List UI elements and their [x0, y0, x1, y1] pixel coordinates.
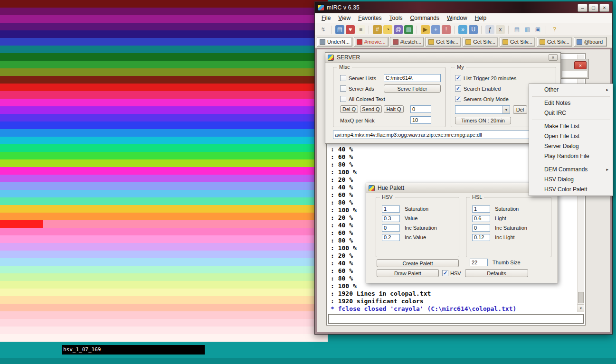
server-lists-path-input[interactable]: C:\mirc614\ — [384, 74, 441, 82]
channel-text-line: : 1920 significant colors — [331, 298, 575, 305]
switchbar-button[interactable]: @board — [574, 37, 607, 47]
context-menu-item[interactable]: Play Random File — [529, 151, 613, 161]
query-user-icon[interactable]: + — [431, 25, 440, 34]
channels-list-icon[interactable]: # — [373, 25, 382, 34]
title-bar[interactable]: mIRC v 6.35 – □ × — [315, 2, 612, 13]
maximize-button[interactable]: □ — [588, 4, 598, 12]
draw-palett-button[interactable]: Draw Palett — [377, 269, 439, 277]
palette-stripe-accent — [0, 152, 43, 159]
hsv-value-input[interactable]: 0 — [382, 224, 400, 232]
tile-vertical-icon[interactable]: ▥ — [523, 25, 532, 34]
hsv-checkbox[interactable]: ✓ — [442, 270, 448, 276]
menu-item[interactable]: View — [334, 15, 354, 21]
palette-stripe-accent — [0, 243, 43, 251]
switchbar-button[interactable]: Get Silv... — [463, 37, 498, 47]
context-menu-item[interactable]: Open File List — [529, 131, 613, 141]
hsv-value-input[interactable]: 0.2 — [382, 234, 400, 241]
library-icon[interactable]: ▥ — [404, 25, 413, 34]
all-colored-text-checkbox[interactable] — [340, 96, 346, 102]
notify-user-icon[interactable]: ! — [442, 25, 451, 34]
connect-icon[interactable]: ↯ — [319, 25, 328, 34]
palette-stripe — [0, 334, 328, 342]
context-menu-item[interactable]: Quit IRC — [529, 108, 613, 118]
hsl-value-input[interactable]: 1 — [472, 205, 490, 213]
server-dialog-close-button[interactable]: × — [549, 54, 558, 61]
url-list-icon[interactable]: U — [469, 25, 478, 34]
chat-icon[interactable]: » — [458, 25, 467, 34]
options-icon[interactable]: ▤ — [335, 25, 344, 34]
del-q-button[interactable]: Del Q — [340, 105, 358, 113]
palette-stripe — [0, 8, 328, 15]
tile-horizontal-icon[interactable]: ▤ — [512, 25, 521, 34]
menu-item[interactable]: Help — [471, 15, 491, 21]
context-menu-item[interactable]: HSV Color Palett — [529, 185, 613, 195]
variables-icon[interactable]: x — [496, 25, 505, 34]
palette-stripe-accent — [0, 76, 43, 84]
toolbar-icon-glyph: ◔ — [386, 26, 389, 33]
scripts-editor-icon[interactable]: ƒ — [485, 25, 494, 34]
message-input[interactable] — [328, 314, 584, 324]
search-enabled-checkbox[interactable]: ✓ — [455, 85, 461, 92]
switchbar-button[interactable]: UnderN... — [317, 37, 352, 47]
create-palett-button[interactable]: Create Palett — [377, 259, 459, 267]
thumb-size-input[interactable]: 22 — [470, 259, 488, 266]
menu-item[interactable]: Favorites — [354, 15, 385, 21]
menu-item[interactable]: Commands — [407, 15, 443, 21]
switchbar-button[interactable]: Get Silv... — [426, 37, 461, 47]
minimize-button[interactable]: – — [578, 4, 588, 12]
context-menu-item[interactable]: Make File List — [529, 121, 613, 131]
hsl-value-input[interactable]: 0.6 — [472, 215, 490, 222]
context-menu-item[interactable]: HSV Dialog — [529, 175, 613, 185]
hsv-row: 0.2 Inc Value — [382, 233, 456, 242]
switchbar-button[interactable]: Get Silv... — [500, 37, 535, 47]
combobox-dropdown-icon[interactable]: ▼ — [502, 106, 510, 113]
halt-q-button[interactable]: Halt Q — [384, 105, 404, 113]
notepad-icon[interactable]: ≡ — [356, 25, 365, 34]
timers-button[interactable]: Timers ON : 20min — [455, 117, 511, 124]
hsl-value-input[interactable]: 0.12 — [472, 234, 490, 241]
send-q-button[interactable]: Send Q — [360, 105, 382, 113]
list-trigger-checkbox[interactable]: ✓ — [455, 75, 461, 81]
scrollbar-down-arrow[interactable]: ▼ — [578, 304, 584, 312]
favorites-icon[interactable]: ♥ — [346, 25, 355, 34]
context-menu-item[interactable]: Other ▸ — [529, 85, 613, 95]
defaults-button[interactable]: Defaults — [465, 269, 528, 277]
hsv-value-input[interactable]: 0.3 — [382, 215, 400, 222]
palette-stripe-accent — [0, 182, 43, 190]
clock-icon[interactable]: ◔ — [383, 25, 392, 34]
menu-item[interactable]: File — [318, 15, 334, 21]
switchbar-button[interactable]: Get Silv... — [537, 37, 572, 47]
address-book-icon[interactable]: @ — [394, 25, 403, 34]
switchbar-button[interactable]: #testch... — [390, 37, 425, 47]
close-button[interactable]: × — [599, 4, 609, 12]
cascade-windows-icon[interactable]: ▣ — [533, 25, 542, 34]
hsv-row-label: Inc Value — [405, 234, 426, 240]
context-menu-item[interactable]: DEM Commands ▸ — [529, 165, 613, 175]
filetypes-input[interactable]: avi:mp4:mkv:m4v:flac:mp3:ogg:wav:rar:zip… — [333, 131, 556, 139]
hsv-rows: 1 Saturation 0.3 Value 0 Inc Saturation … — [382, 204, 456, 242]
server-combobox[interactable]: ▼ — [455, 105, 510, 114]
fragment-close-button[interactable]: × — [574, 61, 587, 69]
del-button[interactable]: Del — [513, 105, 527, 114]
search-enabled-label: Search Enabled — [464, 86, 501, 92]
server-ads-checkbox[interactable] — [340, 85, 346, 92]
scrollbar-thumb[interactable] — [578, 292, 584, 303]
switchbar-button[interactable]: #movie... — [354, 37, 389, 47]
hsv-value-input[interactable]: 1 — [382, 205, 400, 213]
context-menu-item[interactable]: Server Dialog — [529, 141, 613, 151]
dcc-send-icon[interactable]: ▶ — [421, 25, 430, 34]
servers-only-checkbox[interactable]: ✓ — [455, 96, 461, 102]
maxq-input[interactable]: 10 — [410, 116, 431, 124]
q-count-input[interactable]: 0 — [410, 105, 431, 113]
server-dialog-titlebar[interactable]: SERVER — [325, 53, 560, 63]
context-menu-item[interactable]: Edit Notes — [529, 98, 613, 108]
hsl-value-input[interactable]: 0 — [472, 224, 490, 232]
menu-item[interactable]: Window — [443, 15, 471, 21]
menu-item[interactable]: Tools — [386, 15, 407, 21]
context-menu-item-label: Open File List — [544, 133, 579, 140]
palette-stripe — [0, 296, 328, 304]
serve-folder-button[interactable]: Serve Folder — [384, 84, 441, 93]
server-lists-checkbox[interactable] — [340, 75, 346, 81]
window-type-icon — [540, 39, 545, 45]
help-icon[interactable]: ? — [550, 25, 559, 34]
